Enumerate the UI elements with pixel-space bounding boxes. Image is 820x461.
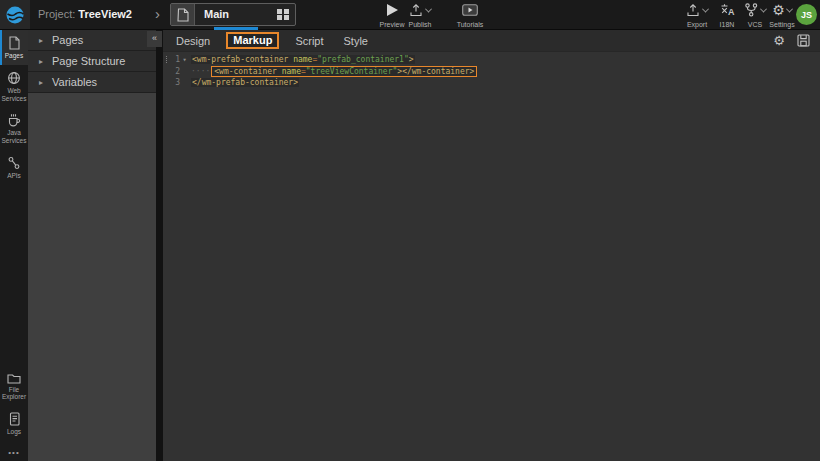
publish-label: Publish [409, 21, 432, 28]
gutter-line-1[interactable]: 1 ▾ [163, 55, 189, 64]
tab-design[interactable]: Design [176, 35, 210, 47]
code-token-tag: <wm-container [214, 67, 277, 76]
export-upload-icon [686, 3, 701, 17]
panel-section-pages[interactable]: ▸ Pages [28, 30, 156, 51]
line-number: 1 [169, 55, 180, 64]
tab-markup[interactable]: Markup [226, 32, 279, 49]
line-number: 2 [169, 67, 180, 76]
translate-icon: A [720, 3, 735, 17]
rail-item-java-services[interactable]: Java Services [0, 107, 28, 150]
page-file-icon [171, 4, 195, 25]
code-line-3-content[interactable]: </wm-prefab-container> [191, 78, 299, 87]
code-line-1-content[interactable]: <wm-prefab-containername="prefab_contain… [191, 55, 415, 64]
branch-icon [744, 3, 759, 17]
pages-icon [8, 36, 21, 50]
panel-section-variables[interactable]: ▸ Variables [28, 72, 156, 93]
left-icon-rail: Pages Web Services Java Services APIs [0, 30, 28, 461]
project-label: Project: [38, 8, 75, 20]
code-line-2-content[interactable]: ····<wm-containername="treeViewContainer… [191, 67, 477, 76]
rail-item-file-explorer[interactable]: File Explorer [0, 366, 28, 407]
markup-code-editor[interactable]: 1 ▾ <wm-prefab-containername="prefab_con… [163, 52, 820, 461]
gutter-marker-icon [166, 56, 167, 63]
code-line[interactable]: 2 ····<wm-containername="treeViewContain… [163, 66, 820, 78]
panel-section-label: Pages [52, 34, 83, 46]
gutter-line-3[interactable]: 3 [163, 78, 189, 87]
i18n-label: I18N [720, 21, 735, 28]
logs-document-icon [8, 412, 21, 426]
breadcrumb-chevron-icon: › [155, 0, 160, 29]
publish-upload-icon [409, 3, 424, 17]
page-tab-label[interactable]: Main [195, 4, 271, 25]
export-button[interactable]: Export [678, 3, 716, 28]
panel-editor-divider[interactable] [156, 30, 163, 461]
rail-label: Java Services [1, 129, 27, 145]
code-token-attr: name [282, 67, 301, 76]
code-line[interactable]: 3 </wm-prefab-container> [163, 77, 820, 89]
globe-icon [7, 71, 21, 85]
panel-collapse-button[interactable]: « [147, 31, 162, 47]
folder-icon [7, 372, 21, 384]
rail-bottom-group: File Explorer Logs [0, 366, 28, 441]
selected-element-highlight[interactable]: <wm-containername="treeViewContainer"></… [211, 66, 477, 77]
chevron-right-icon: ▸ [39, 57, 43, 66]
panel-section-page-structure[interactable]: ▸ Page Structure [28, 51, 156, 72]
rail-label: Logs [7, 428, 21, 436]
gutter-line-2[interactable]: 2 [163, 67, 189, 76]
more-options-ellipsis[interactable]: ••• [0, 448, 28, 457]
save-icon[interactable] [797, 34, 810, 47]
editor-settings-gear-icon[interactable]: ⚙ [773, 34, 785, 48]
rail-item-web-services[interactable]: Web Services [0, 65, 28, 108]
code-token-bracket: > [409, 55, 414, 64]
whitespace-dots: ···· [191, 67, 210, 76]
code-token-tag: <wm-prefab-container [192, 55, 288, 64]
editor-tools: ⚙ [773, 34, 810, 48]
export-caret-icon [702, 5, 709, 12]
tab-style[interactable]: Style [344, 35, 368, 47]
panel-section-label: Variables [52, 76, 97, 88]
fold-toggle-icon[interactable]: ▾ [180, 56, 189, 64]
rail-item-logs[interactable]: Logs [0, 406, 28, 441]
code-token-string: "prefab_container1" [317, 55, 409, 64]
project-name: TreeView2 [78, 8, 132, 20]
top-bar: Project: TreeView2 › Main Preview [0, 0, 820, 30]
settings-label: Settings [769, 21, 794, 28]
rail-item-pages[interactable]: Pages [0, 30, 28, 65]
publish-caret-icon [425, 5, 432, 12]
wavemaker-logo[interactable] [0, 0, 30, 29]
rail-label: File Explorer [1, 386, 27, 402]
tutorials-label: Tutorials [457, 21, 484, 28]
settings-caret-icon [786, 5, 793, 12]
rail-item-apis[interactable]: APIs [0, 150, 28, 185]
tab-script[interactable]: Script [295, 35, 323, 47]
video-icon [462, 4, 478, 16]
active-tab-indicator [214, 27, 258, 30]
code-token-closing-tag: </wm-prefab-container> [192, 78, 298, 87]
code-token-attr: name [293, 55, 312, 64]
export-label: Export [687, 21, 707, 28]
app-window: Project: TreeView2 › Main Preview [0, 0, 820, 461]
rail-label: Pages [5, 52, 23, 60]
settings-button[interactable]: ⚙ Settings [764, 3, 800, 28]
pages-grid-icon[interactable] [271, 4, 295, 25]
chevron-right-icon: ▸ [39, 36, 43, 45]
page-tab-main[interactable]: Main [170, 3, 296, 26]
tutorials-button[interactable]: Tutorials [450, 3, 490, 28]
editor-area: Design Markup Script Style ⚙ 1 ▾ < [163, 30, 820, 461]
vcs-label: VCS [748, 21, 762, 28]
rail-label: Web Services [1, 87, 27, 103]
chevron-right-icon: ▸ [39, 78, 43, 87]
api-connector-icon [7, 156, 21, 170]
line-number: 3 [169, 78, 180, 87]
code-token-closing-tag: </wm-container> [402, 67, 474, 76]
publish-button[interactable]: Publish [400, 3, 440, 28]
code-line[interactable]: 1 ▾ <wm-prefab-containername="prefab_con… [163, 54, 820, 66]
user-avatar[interactable]: JS [796, 4, 817, 25]
svg-text:A: A [728, 7, 735, 17]
wavemaker-logo-icon [5, 5, 25, 25]
play-icon [387, 4, 398, 16]
code-token-string: "treeViewContainer" [306, 67, 398, 76]
settings-gear-icon: ⚙ [772, 3, 785, 17]
rail-label: APIs [7, 172, 21, 180]
pages-panel: ▸ Pages ▸ Page Structure ▸ Variables [28, 30, 156, 461]
project-title: Project: TreeView2 [38, 0, 132, 29]
